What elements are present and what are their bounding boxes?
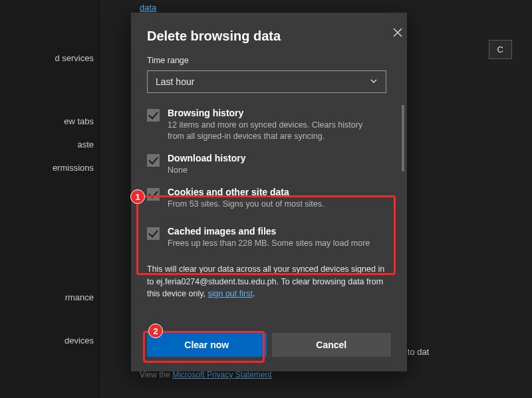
item-title: Browsing history [168, 108, 374, 118]
sidebar-item[interactable]: aste [0, 133, 99, 156]
bg-link[interactable]: data [140, 3, 156, 13]
privacy-view-line: View the Microsoft Privacy Statement [140, 370, 272, 379]
cached-images-row: Cached images and files Frees up less th… [147, 217, 391, 256]
chevron-down-icon [370, 76, 378, 87]
download-history-checkbox[interactable] [147, 154, 160, 167]
browsing-history-text: Browsing history 12 items and more on sy… [168, 108, 374, 142]
browsing-history-row: Browsing history 12 items and more on sy… [147, 104, 391, 149]
time-range-dropdown[interactable]: Last hour [147, 70, 386, 93]
item-title: Download history [168, 153, 245, 163]
item-subtitle: Frees up less than 228 MB. Some sites ma… [168, 238, 370, 249]
cached-images-checkbox[interactable] [147, 227, 160, 240]
dialog-buttons: Clear now Cancel [147, 333, 391, 357]
item-subtitle: From 53 sites. Signs you out of most sit… [168, 199, 325, 210]
settings-sidebar: d services ew tabs aste ermissions rmanc… [0, 0, 100, 398]
download-history-text: Download history None [168, 153, 245, 176]
item-title: Cached images and files [168, 226, 370, 237]
cookies-checkbox[interactable] [147, 188, 160, 201]
sidebar-item[interactable]: devices [0, 329, 99, 352]
privacy-statement-link[interactable]: Microsoft Privacy Statement [172, 370, 271, 379]
download-history-row: Download history None [147, 149, 391, 183]
cookies-text: Cookies and other site data From 53 site… [168, 187, 325, 210]
browsing-history-checkbox[interactable] [147, 109, 160, 122]
item-title: Cookies and other site data [168, 187, 325, 197]
scrollbar-thumb[interactable] [402, 105, 404, 171]
clear-now-button[interactable]: Clear now [147, 333, 267, 357]
consent-text: This will clear your data across all you… [147, 263, 391, 299]
sidebar-item[interactable]: rmance [0, 286, 99, 309]
data-type-list: Browsing history 12 items and more on sy… [147, 104, 391, 255]
cached-images-text: Cached images and files Frees up less th… [168, 226, 370, 249]
dialog-title: Delete browsing data [147, 29, 391, 44]
time-range-value: Last hour [156, 76, 194, 87]
sidebar-item[interactable]: ermissions [0, 156, 99, 179]
item-subtitle: None [168, 165, 245, 176]
close-icon[interactable] [391, 26, 404, 39]
privacy-prefix: View the [140, 370, 172, 379]
choose-button[interactable]: C [489, 40, 512, 59]
delete-browsing-data-dialog: Delete browsing data Time range Last hou… [131, 13, 407, 371]
cookies-row: Cookies and other site data From 53 site… [147, 183, 391, 217]
item-subtitle: 12 items and more on synced devices. Cle… [168, 120, 374, 142]
sign-out-link[interactable]: sign out first [207, 289, 252, 298]
sidebar-item[interactable]: d services [0, 47, 99, 70]
sidebar-item[interactable]: ew tabs [0, 110, 99, 133]
time-range-label: Time range [147, 56, 391, 65]
cancel-button[interactable]: Cancel [272, 333, 392, 357]
